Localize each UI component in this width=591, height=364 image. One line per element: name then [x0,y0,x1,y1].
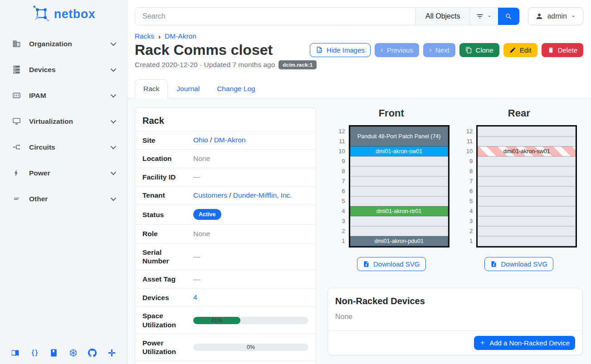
rack-device-panduit-48-port-patch-panel-74[interactable]: Panduit 48-Port Patch Panel (74) [350,126,448,146]
app-root: netbox OrganizationDevicesIPAMVirtualiza… [0,0,591,364]
row-value: Ohio / DM-Akron [186,131,316,149]
delete-button[interactable]: Delete [542,43,583,57]
elevations-row: Front 121110987654321 Panduit 48-Port Pa… [327,107,583,271]
slack-icon[interactable] [107,349,116,357]
front-rack-wrap: 121110987654321 Panduit 48-Port Patch Pa… [333,125,449,248]
sidebar-item-virtualization[interactable]: Virtualization [0,108,127,134]
search-scope-button[interactable]: All Objects [415,8,469,25]
breadcrumb-link-racks[interactable]: Racks [135,32,154,40]
value-link-customers[interactable]: Customers [193,191,227,199]
rack-device-dmi01-akron-pdu01[interactable]: dmi01-akron-pdu01 [350,236,448,246]
rack-unit-slot [350,216,448,226]
value-link-ohio[interactable]: Ohio [193,136,208,144]
row-label: Devices [135,288,186,306]
chevron-right-icon: › [429,46,432,53]
filter-icon [476,12,484,20]
chevron-down-icon [111,118,117,124]
rack-unit-slot [350,156,448,166]
row-value: None [186,225,316,243]
plus-icon [479,340,486,346]
rack-unit-slot [478,216,576,226]
netbox-logo[interactable]: netbox [32,5,96,24]
unit-label: 11 [333,136,345,146]
docs-book-icon[interactable] [11,349,20,357]
unit-label: 12 [333,126,345,136]
sidebar-item-label: Power [29,169,50,177]
row-value: — [186,168,316,186]
unit-label: 7 [333,176,345,186]
lines-icon [12,194,22,203]
previous-button[interactable]: ‹ Previous [375,43,419,57]
tab-journal[interactable]: Journal [168,79,208,98]
unit-label: 1 [461,236,473,246]
chevron-down-icon [111,195,117,201]
row-value: — [186,270,316,288]
row-value: — [186,243,316,270]
sidebar-item-other[interactable]: Other [0,186,127,212]
rack-unit-slot [350,196,448,206]
edit-button[interactable]: Edit [503,43,537,57]
chevron-down-icon [111,92,117,98]
breadcrumb-link-dm-akron[interactable]: DM-Akron [165,32,196,40]
sidebar-item-label: Organization [29,40,72,48]
table-row: StatusActive [135,204,316,225]
row-value: None [186,150,316,168]
rack-unit-slot [478,126,576,136]
value-separator: / [227,191,233,199]
github-icon[interactable] [88,349,97,357]
person-icon [535,12,543,20]
unit-label: 12 [461,126,473,136]
unit-label: 5 [461,196,473,206]
search-submit-button[interactable] [498,8,519,25]
graphql-icon[interactable] [69,349,78,357]
user-menu-button[interactable]: admin [528,7,583,25]
sidebar-item-ipam[interactable]: IPAM [0,83,127,108]
created-updated-text: Created 2020-12-20 · Updated 7 months ag… [135,61,275,69]
row-label: Space Utilization [135,307,186,334]
non-racked-card: Non-Racked Devices None Add a Non-Racked… [327,288,583,355]
row-label: Status [135,204,186,225]
sidebar-footer [0,349,127,364]
hide-images-button[interactable]: Hide Images [310,43,371,57]
add-non-racked-device-button[interactable]: Add a Non-Racked Device [474,336,575,350]
chevron-down-icon [111,40,117,46]
front-rack-diagram: Panduit 48-Port Patch Panel (74)dmi01-ak… [349,125,449,248]
netbox-wordmark: netbox [54,7,96,21]
rear-rack-diagram: dmi01-akron-sw01 [476,125,577,248]
journal-book-icon[interactable] [49,349,58,357]
clone-button[interactable]: Clone [459,43,499,57]
tab-rack[interactable]: Rack [135,79,168,98]
sidebar-item-devices[interactable]: Devices [0,57,127,83]
value-link-dm-akron[interactable]: DM-Akron [214,136,246,144]
unit-label: 3 [461,216,473,226]
sidebar: netbox OrganizationDevicesIPAMVirtualiza… [0,0,127,364]
rear-rack-wrap: 121110987654321 dmi01-akron-sw01 [461,125,577,248]
value-muted: — [193,275,200,283]
row-label: Site [135,131,186,149]
next-button[interactable]: › Next [423,43,455,57]
rack-device-dmi01-akron-sw01[interactable]: dmi01-akron-sw01 [350,146,448,156]
rack-device-dmi01-akron-sw01[interactable]: dmi01-akron-sw01 [478,146,576,156]
row-label: Location [135,150,186,168]
caret-down-icon [487,14,492,19]
search-input[interactable] [135,8,415,25]
rack-device-dmi01-akron-rtr01[interactable]: dmi01-akron-rtr01 [350,206,448,216]
space-utilization-bar: 41% [193,317,308,324]
value-link-dunder-mifflin-inc[interactable]: Dunder-Mifflin, Inc. [233,191,292,199]
row-label: Facility ID [135,168,186,186]
api-braces-icon[interactable] [30,349,39,357]
tab-change-log[interactable]: Change Log [208,79,264,98]
rack-unit-slot [478,226,576,236]
download-svg-button-rear[interactable]: Download SVG [484,257,553,271]
global-search-group: All Objects [135,7,520,25]
sidebar-item-power[interactable]: Power [0,160,127,186]
sidebar-item-organization[interactable]: Organization [0,31,127,57]
file-download-icon [490,261,497,267]
value-link-4[interactable]: 4 [193,293,197,301]
download-svg-button-front[interactable]: Download SVG [357,257,426,271]
search-filter-button[interactable] [469,8,498,25]
non-racked-footer: Add a Non-Racked Device [328,330,582,355]
sidebar-item-circuits[interactable]: Circuits [0,134,127,160]
table-row: TenantCustomers / Dunder-Mifflin, Inc. [135,186,316,204]
rear-unit-numbers: 121110987654321 [461,125,473,248]
